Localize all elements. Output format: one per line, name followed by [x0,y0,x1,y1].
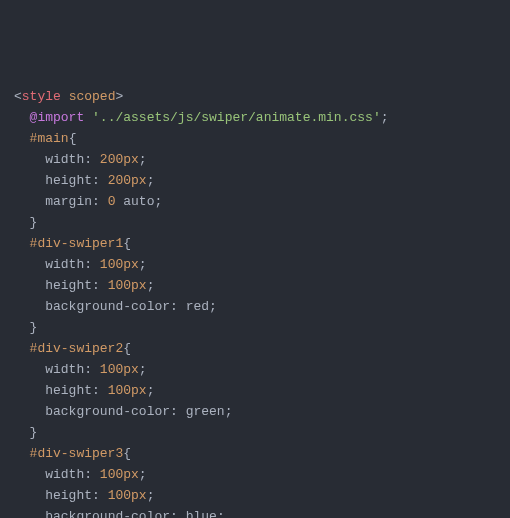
code-line[interactable]: #main{ [14,128,510,149]
code-token-num: 100px [108,278,147,293]
code-token-punct [14,467,45,482]
code-token-punct: : [170,404,186,419]
code-token-punct [14,152,45,167]
code-token-prop: width [45,257,84,272]
code-token-punct: { [123,341,131,356]
code-token-punct: ; [225,404,233,419]
code-token-punct: > [115,89,123,104]
code-token-punct: : [92,488,108,503]
code-token-prop: background-color [45,404,170,419]
code-token-punct: auto; [115,194,162,209]
code-token-punct [14,257,45,272]
code-token-punct [14,383,45,398]
code-token-prop: background-color [45,509,170,518]
code-token-num: 100px [100,257,139,272]
code-token-prop: height [45,173,92,188]
code-line[interactable]: height: 100px; [14,275,510,296]
code-token-prop: background-color [45,299,170,314]
code-token-prop: width [45,362,84,377]
code-token-num: 200px [108,173,147,188]
code-token-punct: ; [139,257,147,272]
code-line[interactable]: @import '../assets/js/swiper/animate.min… [14,107,510,128]
code-token-prop: height [45,278,92,293]
code-token-num: 100px [108,488,147,503]
code-token-colorval: red [186,299,209,314]
code-line[interactable]: #div-swiper2{ [14,338,510,359]
code-line[interactable]: width: 200px; [14,149,510,170]
code-token-punct [14,131,30,146]
code-token-punct: ; [139,467,147,482]
code-token-punct: ; [147,488,155,503]
code-token-punct: ; [381,110,389,125]
code-token-punct [14,446,30,461]
code-token-punct: : [84,467,100,482]
code-token-punct: ; [139,152,147,167]
code-token-prop: height [45,488,92,503]
code-line[interactable]: height: 200px; [14,170,510,191]
code-token-selector: #div-swiper3 [30,446,124,461]
code-token-punct: ; [217,509,225,518]
code-token-num: 100px [100,467,139,482]
code-token-punct: } [14,215,37,230]
code-token-punct [14,173,45,188]
code-token-punct [14,299,45,314]
code-token-colorval: blue [186,509,217,518]
code-line[interactable]: } [14,212,510,233]
code-line[interactable]: background-color: red; [14,296,510,317]
code-token-punct: ; [147,383,155,398]
code-line[interactable]: } [14,422,510,443]
code-token-selector: #div-swiper2 [30,341,124,356]
code-token-punct [84,110,92,125]
code-token-string: '../assets/js/swiper/animate.min.css' [92,110,381,125]
code-token-punct [14,194,45,209]
code-token-punct: ; [209,299,217,314]
code-token-punct [14,341,30,356]
code-token-num: 100px [108,383,147,398]
code-token-punct: { [69,131,77,146]
code-line[interactable]: } [14,317,510,338]
code-line[interactable]: #div-swiper1{ [14,233,510,254]
code-token-punct: { [123,236,131,251]
code-token-prop: width [45,467,84,482]
code-token-punct [14,278,45,293]
code-token-punct: : [170,509,186,518]
code-token-punct: : [170,299,186,314]
code-token-punct: : [92,278,108,293]
code-token-punct [14,509,45,518]
code-editor[interactable]: <style scoped> @import '../assets/js/swi… [14,86,510,518]
code-line[interactable]: background-color: blue; [14,506,510,518]
code-token-punct: ; [147,173,155,188]
code-line[interactable]: #div-swiper3{ [14,443,510,464]
code-token-punct [14,362,45,377]
code-line[interactable]: height: 100px; [14,485,510,506]
code-token-num: 200px [100,152,139,167]
code-line[interactable]: <style scoped> [14,86,510,107]
code-token-prop: width [45,152,84,167]
code-token-punct [14,110,30,125]
code-line[interactable]: width: 100px; [14,359,510,380]
code-token-punct: : [84,362,100,377]
code-token-selector: #main [30,131,69,146]
code-line[interactable]: height: 100px; [14,380,510,401]
code-token-prop: margin [45,194,92,209]
code-token-punct: } [14,425,37,440]
code-line[interactable]: background-color: green; [14,401,510,422]
code-token-punct [14,236,30,251]
code-token-prop: height [45,383,92,398]
code-token-punct [14,488,45,503]
code-token-punct: : [84,257,100,272]
code-token-selector: #div-swiper1 [30,236,124,251]
code-token-num: 100px [100,362,139,377]
code-token-colorval: green [186,404,225,419]
code-line[interactable]: width: 100px; [14,254,510,275]
code-token-punct: } [14,320,37,335]
code-token-punct: ; [147,278,155,293]
code-token-attr-name: scoped [69,89,116,104]
code-token-punct [61,89,69,104]
code-token-punct: : [92,173,108,188]
code-token-punct: { [123,446,131,461]
code-token-punct [14,404,45,419]
code-line[interactable]: margin: 0 auto; [14,191,510,212]
code-line[interactable]: width: 100px; [14,464,510,485]
code-token-keyword: @import [30,110,85,125]
